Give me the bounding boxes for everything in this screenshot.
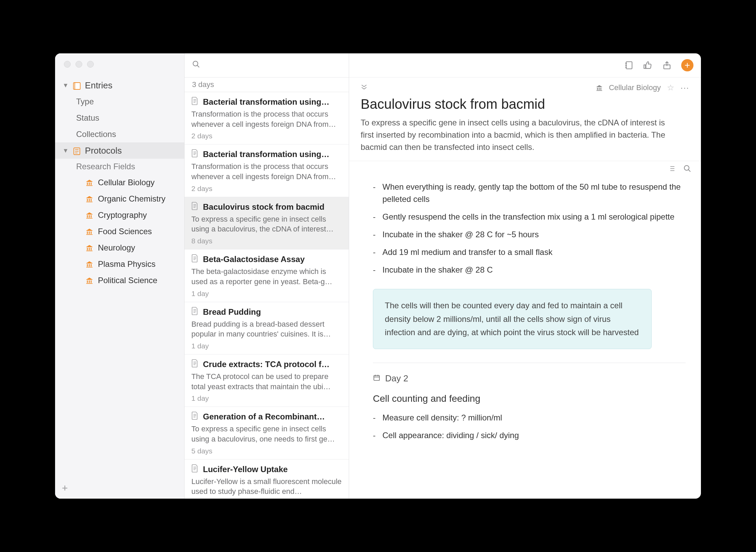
entry-desc: The beta-galactosidase enzyme which is u… — [191, 266, 342, 287]
journal-icon[interactable] — [624, 61, 634, 70]
entry-item[interactable]: Baculovirus stock from bacmidTo express … — [185, 197, 349, 249]
entry-item[interactable]: Beta-Galactosidase AssayThe beta-galacto… — [185, 249, 349, 302]
sidebar-field-cellular-biology[interactable]: Cellular Biology — [55, 174, 184, 191]
entry-time: 1 day — [191, 290, 342, 298]
detail-toolbar: + — [349, 53, 701, 77]
callout-note: The cells will then be counted every day… — [373, 289, 652, 349]
step-item: Add 19 ml medium and transfer to a small… — [373, 243, 689, 261]
field-icon — [86, 228, 93, 235]
traffic-zoom[interactable] — [87, 61, 94, 68]
section-title: Cell counting and feeding — [373, 393, 689, 404]
star-icon[interactable]: ☆ — [667, 83, 674, 92]
collapse-icon[interactable] — [361, 83, 367, 92]
field-label: Political Science — [98, 276, 157, 285]
document-icon — [191, 412, 198, 422]
entry-title: Bacterial transformation using… — [203, 97, 329, 107]
outline-icon[interactable] — [668, 165, 676, 175]
entry-item[interactable]: Lucifer-Yellow UptakeLucifer-Yellow is a… — [185, 460, 349, 499]
entry-title: Bread Pudding — [203, 307, 261, 317]
entry-time: 1 day — [191, 342, 342, 350]
svg-rect-1 — [75, 83, 80, 89]
thumbs-up-icon[interactable] — [643, 61, 653, 70]
document-title: Baculovirus stock from bacmid — [361, 97, 689, 112]
sidebar-field-organic-chemistry[interactable]: Organic Chemistry — [55, 191, 184, 207]
field-label[interactable]: Cellular Biology — [609, 83, 661, 92]
entries-icon — [73, 82, 81, 89]
entry-time: 2 days — [191, 132, 342, 140]
sidebar-field-political-science[interactable]: Political Science — [55, 272, 184, 289]
traffic-close[interactable] — [64, 61, 71, 68]
list-group-header: 3 days — [185, 77, 349, 92]
entry-time: 5 days — [191, 447, 342, 455]
sidebar-item-type[interactable]: Type — [55, 93, 184, 110]
field-icon — [86, 179, 93, 186]
entry-desc: Transformation is the process that occur… — [191, 109, 342, 129]
step-item: Incubate in the shaker @ 28 C — [373, 261, 689, 279]
entry-title: Generation of a Recombinant… — [203, 412, 325, 421]
sidebar-entries-label: Entries — [85, 80, 113, 91]
document-content[interactable]: When everything is ready, gently tap the… — [349, 178, 701, 499]
sidebar: ▼ Entries Type Status Collections ▼ Prot… — [55, 53, 185, 499]
window-controls — [55, 53, 184, 68]
step-item: When everything is ready, gently tap the… — [373, 178, 689, 208]
entry-item[interactable]: Bread PuddingBread pudding is a bread-ba… — [185, 302, 349, 355]
sidebar-field-plasma-physics[interactable]: Plasma Physics — [55, 256, 184, 272]
document-icon — [191, 464, 198, 475]
step-item: Incubate in the shaker @ 28 C for ~5 hou… — [373, 226, 689, 243]
sidebar-field-cryptography[interactable]: Cryptography — [55, 207, 184, 223]
sidebar-field-neurology[interactable]: Neurology — [55, 240, 184, 256]
entry-title: Beta-Galactosidase Assay — [203, 255, 305, 264]
entry-item[interactable]: Crude extracts: TCA protocol f…The TCA p… — [185, 355, 349, 407]
sidebar-protocols-label: Protocols — [85, 145, 122, 156]
calendar-icon — [373, 373, 380, 384]
entry-title: Crude extracts: TCA protocol f… — [203, 360, 329, 369]
document-icon — [191, 307, 198, 317]
sidebar-field-food-sciences[interactable]: Food Sciences — [55, 223, 184, 240]
entry-list-pane: 3 days Bacterial transformation using…Tr… — [185, 53, 349, 499]
sidebar-protocols[interactable]: ▼ Protocols — [55, 142, 184, 159]
detail-header: Cellular Biology ☆ ··· Baculovirus stock… — [349, 77, 701, 161]
add-button[interactable]: + — [62, 482, 68, 494]
entry-item[interactable]: Generation of a Recombinant…To express a… — [185, 407, 349, 459]
field-icon — [86, 244, 93, 252]
divider — [373, 363, 686, 363]
traffic-minimize[interactable] — [75, 61, 82, 68]
step-item: Cell appearance: dividing / sick/ dying — [373, 427, 689, 444]
step-item: Measure cell density: ? million/ml — [373, 409, 689, 427]
entry-item[interactable]: Bacterial transformation using…Transform… — [185, 144, 349, 197]
entry-desc: Bread pudding is a bread-based dessert p… — [191, 319, 342, 339]
svg-rect-22 — [374, 375, 380, 380]
chevron-down-icon: ▼ — [63, 147, 69, 154]
sidebar-item-collections[interactable]: Collections — [55, 126, 184, 142]
field-icon — [86, 211, 93, 219]
entry-time: 2 days — [191, 185, 342, 193]
protocols-icon — [73, 147, 81, 154]
new-button[interactable]: + — [681, 59, 693, 71]
document-icon — [191, 97, 198, 107]
entry-item[interactable]: Bacterial transformation using…Transform… — [185, 92, 349, 144]
sidebar-entries[interactable]: ▼ Entries — [55, 77, 184, 93]
svg-rect-12 — [644, 65, 646, 69]
more-icon[interactable]: ··· — [681, 83, 689, 92]
content-tools — [349, 161, 701, 178]
entry-time: 8 days — [191, 237, 342, 245]
svg-rect-8 — [626, 62, 632, 69]
document-icon — [191, 254, 198, 264]
sidebar-item-status[interactable]: Status — [55, 110, 184, 126]
entry-desc: Lucifer-Yellow is a small fluorescent mo… — [191, 477, 342, 497]
share-icon[interactable] — [662, 61, 672, 70]
entry-desc: Transformation is the process that occur… — [191, 161, 342, 182]
svg-point-20 — [684, 166, 689, 170]
search-in-doc-icon[interactable] — [683, 165, 691, 175]
field-label: Neurology — [98, 243, 135, 253]
step-item: Gently resuspend the cells in the transf… — [373, 208, 689, 226]
entry-title: Bacterial transformation using… — [203, 150, 329, 159]
document-summary: To express a specific gene in insect cel… — [361, 117, 680, 153]
svg-line-21 — [688, 170, 690, 172]
app-window: ▼ Entries Type Status Collections ▼ Prot… — [55, 53, 701, 499]
document-icon — [191, 149, 198, 159]
entry-desc: To express a specific gene in insect cel… — [191, 424, 342, 444]
entry-list[interactable]: Bacterial transformation using…Transform… — [185, 92, 349, 499]
field-label: Food Sciences — [98, 227, 152, 236]
search-icon[interactable] — [192, 60, 200, 70]
